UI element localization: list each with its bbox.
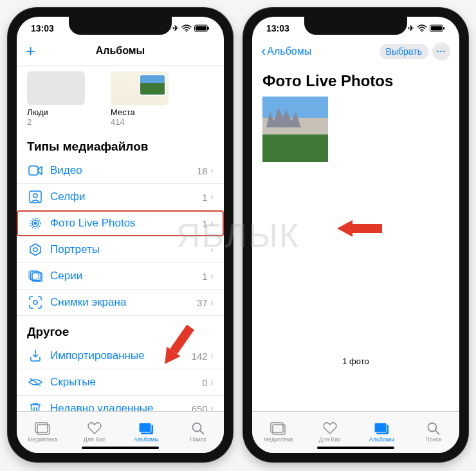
chevron-right-icon: › [210, 350, 214, 362]
foryou-icon [87, 422, 102, 435]
row-count: 37 [197, 297, 208, 308]
battery-icon [430, 24, 445, 32]
chevron-right-icon: › [210, 297, 214, 308]
svg-point-14 [33, 300, 37, 304]
album-label: Места [111, 107, 169, 117]
media-row-live-photos[interactable]: Фото Live Photos 1 › [17, 210, 224, 237]
svg-point-19 [192, 423, 201, 432]
airplane-icon: ✈︎ [172, 24, 179, 33]
media-row-screenshots[interactable]: Снимки экрана 37 › [17, 290, 224, 316]
burst-icon [27, 270, 44, 282]
status-time: 13:03 [31, 23, 54, 33]
tab-search[interactable]: Поиск [408, 412, 460, 453]
svg-rect-18 [139, 423, 151, 432]
row-label: Портреты [50, 243, 208, 256]
page-title: Фото Live Photos [252, 67, 459, 97]
row-label: Снимки экрана [50, 296, 197, 309]
tab-label: Для Вас [319, 436, 341, 443]
more-button[interactable]: ··· [432, 42, 450, 60]
home-indicator[interactable] [317, 447, 394, 449]
nav-bar: + Альбомы [17, 40, 224, 66]
chevron-left-icon: ‹ [261, 43, 266, 60]
search-icon [192, 422, 205, 435]
svg-rect-5 [30, 191, 41, 203]
places-thumb [111, 71, 169, 105]
chevron-right-icon: › [210, 217, 214, 229]
album-label: Люди [27, 107, 85, 117]
iphone-left: 13:03 ✈︎ + Альбомы [8, 8, 233, 462]
albums-icon [374, 422, 389, 435]
svg-rect-3 [208, 27, 209, 30]
library-icon [35, 422, 50, 435]
photo-count: 1 фото [252, 356, 459, 366]
album-places[interactable]: Места 414 [111, 71, 169, 127]
svg-line-30 [435, 430, 439, 434]
wifi-icon [417, 24, 427, 32]
notch [304, 17, 407, 35]
tab-label: Для Вас [84, 436, 105, 443]
row-label: Скрытые [50, 376, 202, 389]
row-count: 1 [202, 192, 207, 203]
back-button[interactable]: ‹ Альбомы [261, 43, 311, 60]
home-indicator[interactable] [82, 447, 159, 449]
chevron-right-icon: › [210, 376, 214, 388]
annotation-arrow [337, 220, 352, 237]
svg-rect-4 [29, 166, 38, 175]
albums-scroll[interactable]: Люди 2 Места 414 Типы медиафайлов Видео … [17, 66, 224, 411]
section-media-types: Типы медиафайлов [17, 131, 224, 158]
foryou-icon [323, 422, 337, 435]
chevron-right-icon: › [210, 191, 214, 203]
row-label: Серии [50, 270, 202, 282]
media-row-bursts[interactable]: Серии 1 › [17, 263, 224, 290]
people-thumb [27, 71, 85, 105]
iphone-right: 13:03 ✈︎ ‹ Альбомы [243, 8, 468, 462]
tab-label: Альбомы [134, 436, 159, 443]
video-icon [27, 165, 44, 176]
tab-label: Альбомы [369, 436, 394, 443]
photo-thumbnail[interactable] [262, 97, 328, 162]
svg-point-6 [33, 194, 37, 198]
tab-label: Медиатека [263, 436, 293, 443]
media-row-video[interactable]: Видео 18 › [17, 158, 224, 184]
tab-library[interactable]: Медиатека [17, 412, 69, 453]
back-label: Альбомы [267, 46, 311, 57]
album-count: 414 [111, 117, 169, 127]
tab-library[interactable]: Медиатека [252, 412, 304, 453]
albums-icon [138, 422, 154, 435]
hidden-icon [27, 377, 44, 387]
airplane-icon: ✈︎ [408, 24, 414, 33]
other-row-recently-deleted[interactable]: Недавно удаленные 650 › [17, 396, 224, 411]
status-time: 13:03 [266, 23, 289, 33]
notch [69, 17, 172, 35]
album-count: 2 [27, 117, 85, 127]
tab-label: Поиск [190, 436, 206, 443]
svg-rect-23 [431, 26, 442, 31]
tab-search[interactable]: Поиск [172, 412, 224, 453]
row-label: Фото Live Photos [50, 217, 202, 230]
row-count: 1 [202, 218, 207, 229]
media-row-selfie[interactable]: Селфи 1 › [17, 184, 224, 210]
svg-rect-28 [374, 423, 387, 432]
media-row-portraits[interactable]: Портреты › [17, 237, 224, 263]
other-row-hidden[interactable]: Скрытые 0 › [17, 369, 224, 396]
row-label: Видео [50, 164, 197, 177]
row-label: Селфи [50, 190, 202, 203]
tab-label: Медиатека [28, 436, 57, 443]
album-people[interactable]: Люди 2 [27, 71, 85, 127]
svg-point-29 [428, 423, 436, 432]
tab-label: Поиск [425, 436, 441, 443]
wifi-icon [181, 24, 192, 32]
other-row-imported[interactable]: Импортированные 142 › [17, 343, 224, 369]
row-count: 0 [202, 377, 207, 388]
library-icon [270, 422, 286, 435]
photo-grid[interactable]: 1 фото [252, 97, 459, 411]
row-count: 650 [192, 403, 208, 412]
status-icons: ✈︎ [408, 24, 445, 33]
status-icons: ✈︎ [172, 24, 210, 33]
add-button[interactable]: + [26, 42, 35, 59]
row-count: 1 [202, 271, 207, 282]
chevron-right-icon: › [210, 270, 214, 282]
svg-point-0 [186, 31, 187, 32]
select-button[interactable]: Выбрать [380, 44, 428, 59]
nav-title: Альбомы [64, 45, 176, 57]
